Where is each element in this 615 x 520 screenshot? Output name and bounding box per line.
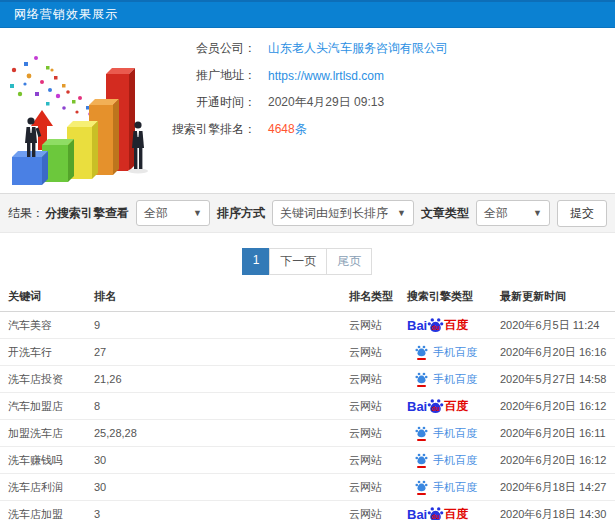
engine-filter-select[interactable]: 全部 ▼ xyxy=(136,200,210,226)
bar-chart-clipart-icon xyxy=(2,32,154,190)
updated-cell: 2020年6月20日 16:16 xyxy=(496,339,615,366)
keyword-cell: 汽车美容 xyxy=(0,312,90,339)
rank-type-cell: 云网站 xyxy=(345,312,403,339)
engine-cell: 手机百度 xyxy=(403,474,496,501)
table-header-row: 关键词 排名 排名类型 搜索引擎类型 最新更新时间 xyxy=(0,283,615,312)
updated-cell: 2020年6月5日 11:24 xyxy=(496,312,615,339)
rank-cell[interactable]: 27 xyxy=(90,339,345,366)
engine-cell: Bai du 百度 xyxy=(403,312,496,339)
filter-controls: 分搜索引擎查看 全部 ▼ 排序方式 关键词由短到长排序 ▼ 文章类型 全部 ▼ … xyxy=(45,200,607,227)
table-row: 洗车赚钱吗 30 云网站 手机百度 2020年6月20日 16:12 xyxy=(0,447,615,474)
rank-cell[interactable]: 8 xyxy=(90,393,345,420)
updated-header: 最新更新时间 xyxy=(496,283,615,312)
baidu-paw-icon: du xyxy=(427,505,444,520)
result-label: 结果： xyxy=(8,205,44,222)
pagination: 1 下一页 尾页 xyxy=(0,248,615,275)
page-header: 网络营销效果展示 xyxy=(0,0,615,28)
table-row: 汽车美容 9 云网站 Bai du 百度 2020年6月5日 11:24 xyxy=(0,312,615,339)
rank-type-cell: 云网站 xyxy=(345,393,403,420)
engine-filter-label: 分搜索引擎查看 xyxy=(45,205,129,222)
table-row: 汽车加盟店 8 云网站 Bai du 百度 2020年6月20日 16:12 xyxy=(0,393,615,420)
engine-cell: 手机百度 xyxy=(403,366,496,393)
mobile-baidu-logo: 手机百度 xyxy=(415,344,477,360)
baidu-logo-du: du xyxy=(432,324,440,331)
mobile-baidu-label: 手机百度 xyxy=(433,455,477,466)
table-row: 加盟洗车店 25,28,28 云网站 手机百度 2020年6月20日 16:11 xyxy=(0,420,615,447)
mobile-baidu-logo: 手机百度 xyxy=(415,479,477,495)
baidu-logo-latin: Bai xyxy=(407,400,427,413)
mobile-baidu-paw-icon xyxy=(415,452,428,468)
updated-cell: 2020年6月20日 16:12 xyxy=(496,393,615,420)
growth-chart-illustration xyxy=(2,32,154,190)
sort-filter-select[interactable]: 关键词由短到长排序 ▼ xyxy=(272,200,414,226)
chevron-down-icon: ▼ xyxy=(397,208,406,218)
table-row: 洗车店利润 30 云网站 手机百度 2020年6月18日 14:27 xyxy=(0,474,615,501)
mobile-baidu-label: 手机百度 xyxy=(433,347,477,358)
rank-cell[interactable]: 21,26 xyxy=(90,366,345,393)
next-page-button[interactable]: 下一页 xyxy=(269,248,327,275)
baidu-logo: Bai du 百度 xyxy=(407,397,468,416)
baidu-logo-cn: 百度 xyxy=(444,508,468,520)
open-time-label: 开通时间： xyxy=(150,94,256,111)
keyword-cell: 加盟洗车店 xyxy=(0,420,90,447)
page-title: 网络营销效果展示 xyxy=(14,6,118,23)
member-company-row: 会员公司： 山东老人头汽车服务咨询有限公司 xyxy=(150,35,448,62)
engine-filter-value: 全部 xyxy=(144,205,168,222)
page-1-button[interactable]: 1 xyxy=(242,248,271,275)
company-info: 会员公司： 山东老人头汽车服务咨询有限公司 推广地址： https://www.… xyxy=(150,35,448,143)
article-type-select[interactable]: 全部 ▼ xyxy=(476,200,550,226)
rank-cell[interactable]: 3 xyxy=(90,501,345,520)
mobile-baidu-logo: 手机百度 xyxy=(415,452,477,468)
engine-cell: Bai du 百度 xyxy=(403,393,496,420)
submit-button[interactable]: 提交 xyxy=(557,200,607,227)
rank-header: 排名 xyxy=(90,283,345,312)
rank-cell[interactable]: 30 xyxy=(90,447,345,474)
keyword-header: 关键词 xyxy=(0,283,90,312)
sort-filter-label: 排序方式 xyxy=(217,205,265,222)
promo-url-link[interactable]: https://www.lrtlsd.com xyxy=(268,69,384,83)
rank-type-cell: 云网站 xyxy=(345,420,403,447)
engine-rank-unit: 条 xyxy=(295,122,307,136)
sort-filter-value: 关键词由短到长排序 xyxy=(280,205,388,222)
updated-cell: 2020年6月18日 14:30 xyxy=(496,501,615,520)
baidu-logo-du: du xyxy=(432,513,440,520)
bars xyxy=(12,68,135,185)
engine-cell: 手机百度 xyxy=(403,339,496,366)
chevron-down-icon: ▼ xyxy=(193,208,202,218)
table-row: 开洗车行 27 云网站 手机百度 2020年6月20日 16:16 xyxy=(0,339,615,366)
rank-type-cell: 云网站 xyxy=(345,366,403,393)
keyword-cell: 洗车店投资 xyxy=(0,366,90,393)
keyword-cell: 洗车赚钱吗 xyxy=(0,447,90,474)
mobile-baidu-label: 手机百度 xyxy=(433,428,477,439)
last-page-button[interactable]: 尾页 xyxy=(326,248,372,275)
table-body: 汽车美容 9 云网站 Bai du 百度 2020年6月5日 11:24 开洗车… xyxy=(0,312,615,520)
mobile-baidu-paw-icon xyxy=(415,479,428,495)
member-company-link[interactable]: 山东老人头汽车服务咨询有限公司 xyxy=(268,40,448,57)
baidu-logo: Bai du 百度 xyxy=(407,316,468,335)
baidu-logo-du: du xyxy=(432,405,440,412)
table-row: 洗车店投资 21,26 云网站 手机百度 2020年5月27日 14:58 xyxy=(0,366,615,393)
baidu-logo-cn: 百度 xyxy=(444,400,468,412)
rank-cell[interactable]: 9 xyxy=(90,312,345,339)
mobile-baidu-label: 手机百度 xyxy=(433,482,477,493)
keyword-cell: 汽车加盟店 xyxy=(0,393,90,420)
updated-cell: 2020年5月27日 14:58 xyxy=(496,366,615,393)
keyword-cell: 开洗车行 xyxy=(0,339,90,366)
rank-cell[interactable]: 30 xyxy=(90,474,345,501)
chevron-down-icon: ▼ xyxy=(533,208,542,218)
engine-type-header: 搜索引擎类型 xyxy=(403,283,496,312)
engine-cell: 手机百度 xyxy=(403,420,496,447)
engine-rank-count: 4648 xyxy=(268,122,295,136)
keyword-cell: 洗车店利润 xyxy=(0,474,90,501)
baidu-logo-cn: 百度 xyxy=(444,319,468,331)
updated-cell: 2020年6月20日 16:11 xyxy=(496,420,615,447)
baidu-logo-latin: Bai xyxy=(407,508,427,520)
promo-url-row: 推广地址： https://www.lrtlsd.com xyxy=(150,62,448,89)
mobile-baidu-paw-icon xyxy=(415,425,428,441)
mobile-baidu-paw-icon xyxy=(415,371,428,387)
mobile-baidu-paw-icon xyxy=(415,344,428,360)
rank-cell[interactable]: 25,28,28 xyxy=(90,420,345,447)
results-table: 关键词 排名 排名类型 搜索引擎类型 最新更新时间 汽车美容 9 云网站 Bai… xyxy=(0,283,615,520)
rank-type-cell: 云网站 xyxy=(345,501,403,520)
filter-bar: 结果： 分搜索引擎查看 全部 ▼ 排序方式 关键词由短到长排序 ▼ 文章类型 全… xyxy=(0,193,615,233)
